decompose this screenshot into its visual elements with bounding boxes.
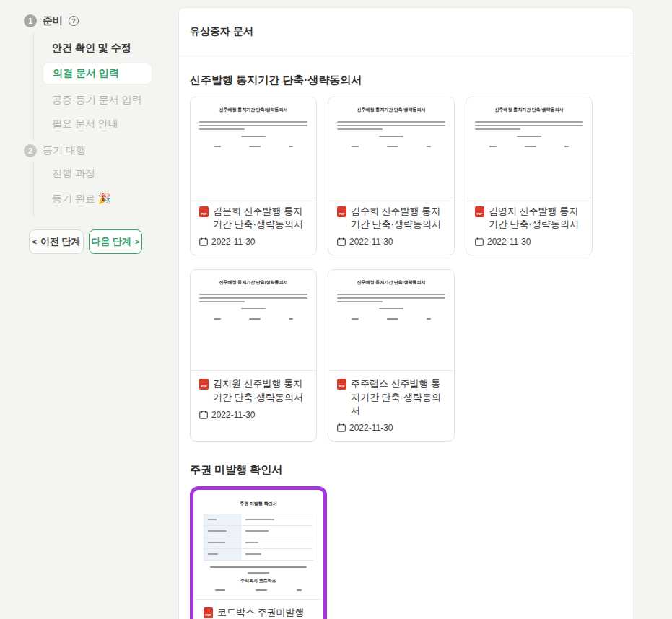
calendar-icon — [337, 423, 346, 432]
preview-title: 신주배정 통지기간 단축/생략동의서 — [475, 107, 583, 113]
document-card[interactable]: 신주배정 통지기간 단축/생략동의서 PDF 김은희 신주발행 통지기간 단축·… — [190, 97, 317, 255]
calendar-icon — [475, 237, 484, 246]
sidebar-item-notary-docs[interactable]: 공증·등기 문서 입력 — [52, 94, 141, 107]
card-footer: PDF 김수희 신주발행 통지기간 단축·생략동의서 2022-11-30 — [328, 198, 454, 255]
panel-header: 유상증자 문서 — [179, 8, 633, 53]
preview-title: 신주배정 통지기간 단축/생략동의서 — [199, 279, 307, 286]
step-2-number-badge: 2 — [24, 144, 37, 157]
step-2-label: 등기 대행 — [43, 144, 86, 157]
previous-step-button[interactable]: < 이전 단계 — [29, 229, 84, 254]
document-title: 김영지 신주발행 통지기간 단축·생략동의서 — [489, 205, 583, 231]
document-date: 2022-11-30 — [487, 237, 531, 247]
document-card[interactable]: 신주배정 통지기간 단축/생략동의서 PDF 김수희 신주발행 통지기간 단축·… — [328, 97, 455, 255]
document-preview: 신주배정 통지기간 단축/생략동의서 — [191, 97, 316, 198]
section-heading-no-share-certificate: 주권 미발행 확인서 — [190, 463, 622, 477]
preview-title: 주권 미발행 확인서 — [204, 501, 313, 507]
card-footer: PDF 주주랩스 신주발행 통지기간 단축·생략동의서 2022-11-30 — [328, 371, 454, 441]
next-step-label: 다음 단계 — [91, 235, 131, 248]
sidebar: 1 준비 ? 안건 확인 및 수정 의결 문서 입력 공증·등기 문서 입력 필… — [0, 0, 173, 619]
preview-table — [204, 514, 313, 561]
document-date: 2022-11-30 — [349, 423, 393, 433]
pdf-file-icon: PDF — [337, 206, 346, 217]
sidebar-item-agenda-check[interactable]: 안건 확인 및 수정 — [52, 42, 131, 55]
document-date: 2022-11-30 — [211, 410, 256, 420]
pdf-file-icon: PDF — [204, 607, 213, 618]
card-footer: PDF 김지원 신주발행 통지기간 단축·생략동의서 2022-11-30 — [191, 371, 316, 427]
page-title: 유상증자 문서 — [190, 25, 622, 38]
document-date: 2022-11-30 — [349, 237, 393, 247]
chevron-right-icon: > — [135, 237, 139, 246]
card-footer: PDF 김영지 신주발행 통지기간 단축·생략동의서 2022-11-30 — [466, 198, 592, 255]
calendar-icon — [199, 411, 208, 419]
card-footer: PDF 김은희 신주발행 통지기간 단축·생략동의서 2022-11-30 — [191, 198, 316, 255]
document-title: 주주랩스 신주발행 통지기간 단축·생략동의서 — [351, 377, 445, 417]
pdf-file-icon: PDF — [199, 206, 209, 217]
document-preview: 신주배정 통지기간 단축/생략동의서 — [328, 97, 454, 198]
pdf-file-icon: PDF — [337, 379, 346, 390]
sidebar-item-progress[interactable]: 진행 과정 — [52, 167, 95, 180]
main-panel: 유상증자 문서 신주발행 통지기간 단축·생략동의서 신주배정 통지기간 단축/… — [178, 7, 634, 619]
step-2-header: 2 등기 대행 — [24, 144, 86, 157]
panel-body: 신주발행 통지기간 단축·생략동의서 신주배정 통지기간 단축/생략동의서 PD… — [179, 74, 633, 619]
step-1-header: 1 준비 ? — [24, 14, 79, 27]
step-1-label: 준비 — [43, 14, 63, 27]
section-heading-consent-docs: 신주발행 통지기간 단축·생략동의서 — [190, 74, 622, 87]
document-card[interactable]: 신주배정 통지기간 단축/생략동의서 PDF 김영지 신주발행 통지기간 단축·… — [466, 97, 593, 255]
document-preview: 신주배정 통지기간 단축/생략동의서 — [466, 97, 592, 198]
calendar-icon — [337, 237, 346, 246]
document-date: 2022-11-30 — [211, 237, 256, 247]
document-title: 김은희 신주발행 통지기간 단축·생략동의서 — [213, 205, 307, 231]
sidebar-item-registration-complete[interactable]: 등기 완료 🎉 — [52, 193, 110, 206]
preview-title: 신주배정 통지기간 단축/생략동의서 — [337, 279, 445, 286]
document-preview: 주권 미발행 확인서 주식회사 코드박스 — [195, 491, 322, 600]
highlighted-card-outline: 주권 미발행 확인서 주식회사 코드박스 PDF 코드박스 — [190, 486, 327, 619]
document-grid: 신주배정 통지기간 단축/생략동의서 PDF 김은희 신주발행 통지기간 단축·… — [190, 97, 622, 442]
preview-title: 신주배정 통지기간 단축/생략동의서 — [199, 107, 307, 113]
document-title: 김지원 신주발행 통지기간 단축·생략동의서 — [213, 377, 307, 403]
card-footer: PDF 코드박스 주권미발행확인서 2022-12-02 — [195, 600, 322, 619]
document-title: 코드박스 주권미발행확인서 — [217, 606, 313, 619]
document-card[interactable]: 신주배정 통지기간 단축/생략동의서 PDF 김지원 신주발행 통지기간 단축·… — [190, 269, 317, 442]
preview-company-name: 주식회사 코드박스 — [204, 578, 313, 584]
preview-title: 신주배정 통지기간 단축/생략동의서 — [337, 107, 445, 113]
help-icon[interactable]: ? — [69, 16, 79, 26]
step-1-number-badge: 1 — [24, 14, 37, 27]
next-step-button[interactable]: 다음 단계 > — [89, 229, 142, 254]
pdf-file-icon: PDF — [199, 379, 209, 390]
document-card-highlighted[interactable]: 주권 미발행 확인서 주식회사 코드박스 PDF 코드박스 — [195, 491, 322, 619]
calendar-icon — [199, 237, 208, 246]
document-preview: 신주배정 통지기간 단축/생략동의서 — [191, 270, 316, 371]
step-connector-line — [33, 162, 34, 216]
document-preview: 신주배정 통지기간 단축/생략동의서 — [328, 270, 454, 371]
sidebar-item-resolution-docs-active[interactable]: 의결 문서 입력 — [43, 63, 152, 84]
step-connector-line — [33, 32, 34, 141]
chevron-left-icon: < — [32, 237, 36, 246]
previous-step-label: 이전 단계 — [40, 235, 81, 248]
sidebar-item-label: 의결 문서 입력 — [53, 67, 119, 80]
document-card[interactable]: 신주배정 통지기간 단축/생략동의서 PDF 주주랩스 신주발행 통지기간 단축… — [328, 269, 455, 442]
document-title: 김수희 신주발행 통지기간 단축·생략동의서 — [351, 205, 445, 231]
pdf-file-icon: PDF — [475, 206, 484, 217]
sidebar-item-required-docs[interactable]: 필요 문서 안내 — [52, 118, 118, 131]
